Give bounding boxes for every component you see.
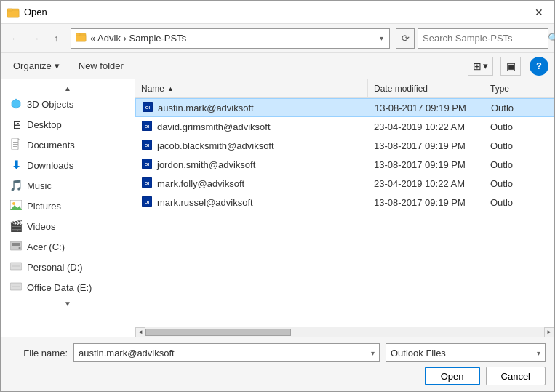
svg-rect-10 [13, 144, 18, 145]
file-name-cell: Ol mark.russel@adviksoft [135, 196, 368, 209]
sort-arrow: ▲ [167, 85, 174, 92]
drive-e-icon [9, 281, 23, 294]
sidebar-item-drive-d-label: Personal (D:) [27, 262, 83, 273]
sidebar-item-drive-c[interactable]: Acer (C:) [1, 236, 135, 257]
file-date-cell: 13-08-2017 09:19 PM [369, 103, 485, 113]
svg-marker-6 [12, 99, 20, 108]
file-row[interactable]: Ol austin.mark@adviksoft 13-08-2017 09:1… [135, 98, 554, 117]
documents-icon [9, 138, 23, 152]
file-row[interactable]: Ol mark.folly@adviksoft 23-04-2019 10:22… [135, 174, 554, 193]
sidebar-scroll-up[interactable]: ▲ [1, 82, 135, 94]
svg-rect-2 [7, 9, 12, 11]
filetype-dropdown-arrow[interactable]: ▾ [537, 349, 540, 357]
nav-bar: ← → ↑ « Advik › Sample-PSTs ▾ ⟳ 🔍 [1, 24, 554, 53]
file-row[interactable]: Ol jacob.blacksmith@adviksoft 13-08-2017… [135, 136, 554, 155]
svg-rect-1 [7, 10, 19, 17]
videos-icon: 🎬 [9, 220, 23, 233]
close-button[interactable]: ✕ [530, 3, 548, 22]
sidebar-item-3d-objects[interactable]: 3D Objects [1, 94, 135, 114]
sidebar-item-downloads-label: Downloads [27, 160, 73, 171]
forward-button[interactable]: → [27, 30, 44, 47]
col-header-name[interactable]: Name ▲ [135, 79, 368, 97]
svg-point-17 [19, 247, 21, 249]
sidebar-item-drive-e[interactable]: Office Data (E:) [1, 277, 135, 297]
search-input[interactable] [423, 33, 545, 44]
back-button[interactable]: ← [7, 30, 24, 47]
file-row[interactable]: Ol mark.russel@adviksoft 13-08-2017 09:1… [135, 193, 554, 212]
sidebar-item-pictures[interactable]: Pictures [1, 196, 135, 216]
downloads-icon: ⬇ [9, 159, 23, 172]
file-type-cell: Outlo [484, 121, 554, 132]
file-name-cell: Ol david.grimsmith@adviksoft [135, 121, 368, 133]
file-name-cell: Ol mark.folly@adviksoft [135, 177, 368, 190]
action-row: Open Cancel [9, 367, 546, 385]
up-button[interactable]: ↑ [47, 30, 65, 47]
file-type-cell: Outlo [485, 103, 554, 113]
svg-rect-11 [13, 146, 17, 147]
sidebar-item-music[interactable]: 🎵 Music [1, 175, 135, 196]
sidebar-scroll-down[interactable]: ▼ [1, 297, 135, 309]
sidebar-item-desktop-label: Desktop [27, 119, 62, 130]
filetype-select[interactable]: Outlook Files ▾ [386, 343, 546, 362]
file-date-cell: 13-08-2017 09:19 PM [368, 197, 484, 208]
filename-input[interactable]: austin.mark@adviksoft ▾ [73, 343, 380, 362]
sidebar-item-music-label: Music [27, 180, 52, 191]
organize-label: Organize [13, 60, 52, 71]
sidebar-item-drive-d[interactable]: Personal (D:) [1, 257, 135, 277]
new-folder-button[interactable]: New folder [72, 57, 130, 76]
view-button[interactable]: ⊞ ▾ [468, 57, 493, 76]
sidebar-item-documents-label: Documents [27, 140, 75, 151]
drive-d-icon [9, 261, 23, 273]
sidebar-item-downloads[interactable]: ⬇ Downloads [1, 155, 135, 175]
svg-rect-16 [12, 243, 20, 246]
file-row[interactable]: Ol david.grimsmith@adviksoft 23-04-2019 … [135, 117, 554, 136]
svg-rect-4 [76, 35, 86, 41]
svg-text:Ol: Ol [145, 143, 150, 148]
col-header-type[interactable]: Type [484, 79, 554, 97]
sidebar-item-videos[interactable]: 🎬 Videos [1, 216, 135, 236]
svg-text:Ol: Ol [145, 181, 150, 185]
search-bar[interactable]: 🔍 [418, 28, 548, 49]
sidebar: ▲ 3D Objects 🖥 Desktop Documents ⬇ Downl [1, 79, 135, 337]
scroll-left-button[interactable]: ◄ [135, 327, 145, 337]
refresh-button[interactable]: ⟳ [396, 28, 415, 49]
address-bar[interactable]: « Advik › Sample-PSTs ▾ [71, 28, 390, 49]
svg-text:Ol: Ol [145, 105, 151, 110]
music-icon: 🎵 [9, 179, 23, 192]
filename-dropdown-arrow[interactable]: ▾ [371, 349, 375, 357]
sidebar-item-pictures-label: Pictures [27, 201, 61, 212]
sidebar-item-desktop[interactable]: 🖥 Desktop [1, 114, 135, 135]
pane-button[interactable]: ▣ [500, 57, 521, 76]
sidebar-item-documents[interactable]: Documents [1, 135, 135, 155]
file-list: Ol austin.mark@adviksoft 13-08-2017 09:1… [135, 98, 554, 327]
toolbar: Organize ▾ New folder ⊞ ▾ ▣ ? [1, 53, 554, 79]
horizontal-scrollbar[interactable]: ◄ ► [135, 327, 554, 337]
svg-marker-8 [18, 138, 20, 140]
file-row[interactable]: Ol jordon.smith@adviksoft 13-08-2017 09:… [135, 155, 554, 174]
col-header-date[interactable]: Date modified [368, 79, 484, 97]
pictures-icon [9, 200, 23, 212]
search-icon: 🔍 [548, 33, 555, 44]
svg-text:Ol: Ol [145, 162, 150, 167]
address-dropdown-arrow[interactable]: ▾ [378, 34, 385, 42]
sidebar-item-drive-e-label: Office Data (E:) [27, 282, 92, 293]
cancel-button[interactable]: Cancel [486, 367, 546, 385]
file-type-cell: Outlo [484, 159, 554, 170]
file-date-cell: 13-08-2017 09:19 PM [368, 159, 484, 170]
filename-label: File name: [9, 348, 68, 359]
pst-file-icon: Ol [141, 177, 153, 190]
scroll-track[interactable] [145, 329, 544, 336]
pane-icon: ▣ [506, 60, 516, 72]
main-area: ▲ 3D Objects 🖥 Desktop Documents ⬇ Downl [1, 79, 554, 337]
pst-file-icon: Ol [141, 140, 153, 152]
open-button[interactable]: Open [425, 367, 480, 385]
pst-file-icon: Ol [141, 196, 153, 209]
organize-button[interactable]: Organize ▾ [7, 57, 66, 76]
svg-text:Ol: Ol [145, 124, 150, 129]
help-button[interactable]: ? [530, 57, 548, 76]
scroll-right-button[interactable]: ► [544, 327, 554, 337]
file-list-header: Name ▲ Date modified Type [135, 79, 554, 98]
pst-file-icon: Ol [141, 121, 153, 133]
scroll-thumb[interactable] [145, 329, 291, 336]
dialog-title: Open [24, 7, 530, 17]
